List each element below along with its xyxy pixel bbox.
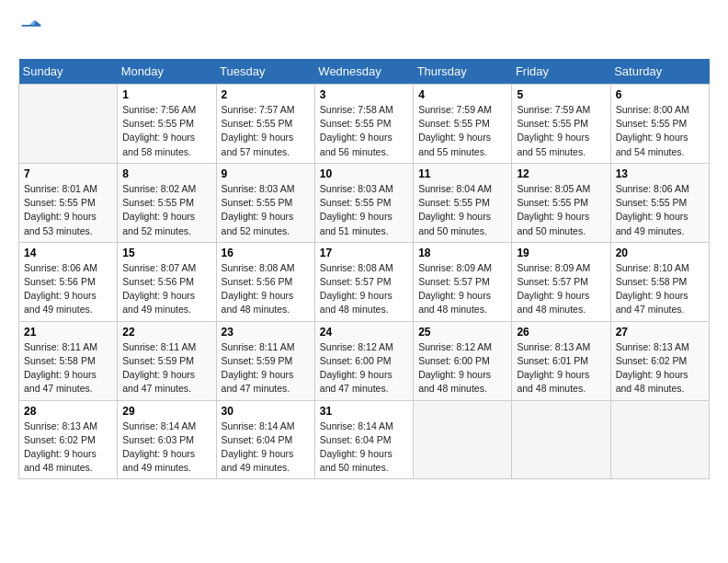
calendar-cell: 28Sunrise: 8:13 AM Sunset: 6:02 PM Dayli… — [19, 400, 118, 479]
calendar-cell: 11Sunrise: 8:04 AM Sunset: 5:55 PM Dayli… — [414, 163, 512, 242]
calendar-table: SundayMondayTuesdayWednesdayThursdayFrid… — [18, 59, 710, 479]
calendar-cell: 5Sunrise: 7:59 AM Sunset: 5:55 PM Daylig… — [512, 85, 610, 164]
day-number: 17 — [320, 247, 408, 259]
logo-icon — [18, 18, 44, 44]
day-number: 21 — [24, 326, 112, 339]
day-info: Sunrise: 8:11 AM Sunset: 5:59 PM Dayligh… — [122, 340, 210, 396]
day-number: 30 — [222, 405, 310, 418]
calendar-cell: 17Sunrise: 8:08 AM Sunset: 5:57 PM Dayli… — [314, 242, 413, 321]
day-info: Sunrise: 8:04 AM Sunset: 5:55 PM Dayligh… — [418, 182, 506, 238]
day-number: 9 — [222, 167, 310, 180]
day-info: Sunrise: 8:14 AM Sunset: 6:04 PM Dayligh… — [320, 419, 408, 476]
day-number: 20 — [616, 247, 704, 259]
day-number: 23 — [222, 326, 310, 339]
svg-marker-0 — [35, 20, 41, 25]
day-info: Sunrise: 8:14 AM Sunset: 6:04 PM Dayligh… — [222, 419, 310, 476]
calendar-cell: 13Sunrise: 8:06 AM Sunset: 5:55 PM Dayli… — [610, 163, 709, 242]
calendar-cell: 15Sunrise: 8:07 AM Sunset: 5:56 PM Dayli… — [118, 242, 216, 321]
calendar-cell: 23Sunrise: 8:11 AM Sunset: 5:59 PM Dayli… — [216, 321, 314, 400]
day-number: 5 — [517, 88, 605, 101]
calendar-cell: 29Sunrise: 8:14 AM Sunset: 6:03 PM Dayli… — [118, 400, 216, 479]
day-number: 18 — [418, 247, 506, 259]
calendar-cell: 1Sunrise: 7:56 AM Sunset: 5:55 PM Daylig… — [118, 85, 216, 164]
logo — [18, 18, 48, 44]
calendar-header-tuesday: Tuesday — [216, 59, 314, 85]
calendar-cell: 19Sunrise: 8:09 AM Sunset: 5:57 PM Dayli… — [512, 242, 610, 321]
day-number: 3 — [320, 88, 408, 101]
calendar-cell: 31Sunrise: 8:14 AM Sunset: 6:04 PM Dayli… — [314, 400, 413, 479]
day-info: Sunrise: 8:03 AM Sunset: 5:55 PM Dayligh… — [320, 182, 408, 238]
day-info: Sunrise: 8:12 AM Sunset: 6:00 PM Dayligh… — [418, 340, 506, 396]
day-info: Sunrise: 8:12 AM Sunset: 6:00 PM Dayligh… — [320, 340, 408, 396]
day-number: 4 — [418, 88, 506, 101]
calendar-week-row: 21Sunrise: 8:11 AM Sunset: 5:58 PM Dayli… — [19, 321, 710, 400]
day-info: Sunrise: 8:07 AM Sunset: 5:56 PM Dayligh… — [122, 261, 210, 317]
calendar-cell: 10Sunrise: 8:03 AM Sunset: 5:55 PM Dayli… — [314, 163, 413, 242]
day-info: Sunrise: 8:09 AM Sunset: 5:57 PM Dayligh… — [418, 261, 506, 317]
calendar-header-thursday: Thursday — [414, 59, 512, 85]
day-number: 6 — [616, 88, 704, 101]
day-info: Sunrise: 8:11 AM Sunset: 5:59 PM Dayligh… — [222, 340, 310, 396]
svg-marker-1 — [29, 20, 34, 25]
calendar-cell: 6Sunrise: 8:00 AM Sunset: 5:55 PM Daylig… — [610, 85, 709, 164]
calendar-cell: 4Sunrise: 7:59 AM Sunset: 5:55 PM Daylig… — [414, 85, 512, 164]
day-number: 15 — [122, 247, 210, 259]
day-number: 27 — [616, 326, 704, 339]
day-number: 29 — [122, 405, 210, 418]
day-info: Sunrise: 7:56 AM Sunset: 5:55 PM Dayligh… — [122, 103, 210, 159]
day-number: 2 — [222, 88, 310, 101]
day-info: Sunrise: 8:08 AM Sunset: 5:57 PM Dayligh… — [320, 261, 408, 317]
calendar-cell — [610, 400, 709, 479]
day-number: 31 — [320, 405, 408, 418]
calendar-week-row: 14Sunrise: 8:06 AM Sunset: 5:56 PM Dayli… — [19, 242, 710, 321]
day-number: 1 — [122, 88, 210, 101]
day-info: Sunrise: 7:59 AM Sunset: 5:55 PM Dayligh… — [418, 103, 506, 159]
day-info: Sunrise: 8:10 AM Sunset: 5:58 PM Dayligh… — [616, 261, 704, 317]
day-info: Sunrise: 7:59 AM Sunset: 5:55 PM Dayligh… — [517, 103, 605, 159]
day-info: Sunrise: 8:13 AM Sunset: 6:01 PM Dayligh… — [517, 340, 605, 396]
calendar-cell: 14Sunrise: 8:06 AM Sunset: 5:56 PM Dayli… — [19, 242, 118, 321]
calendar-cell — [512, 400, 610, 479]
day-number: 14 — [24, 247, 112, 259]
calendar-cell: 25Sunrise: 8:12 AM Sunset: 6:00 PM Dayli… — [414, 321, 512, 400]
day-info: Sunrise: 8:13 AM Sunset: 6:02 PM Dayligh… — [24, 419, 112, 476]
day-info: Sunrise: 8:00 AM Sunset: 5:55 PM Dayligh… — [616, 103, 704, 159]
calendar-cell — [19, 85, 118, 164]
day-info: Sunrise: 8:03 AM Sunset: 5:55 PM Dayligh… — [222, 182, 310, 238]
calendar-week-row: 28Sunrise: 8:13 AM Sunset: 6:02 PM Dayli… — [19, 400, 710, 479]
day-info: Sunrise: 8:06 AM Sunset: 5:55 PM Dayligh… — [616, 182, 704, 238]
calendar-header-wednesday: Wednesday — [314, 59, 413, 85]
calendar-cell: 2Sunrise: 7:57 AM Sunset: 5:55 PM Daylig… — [216, 85, 314, 164]
day-info: Sunrise: 7:57 AM Sunset: 5:55 PM Dayligh… — [222, 103, 310, 159]
day-info: Sunrise: 8:08 AM Sunset: 5:56 PM Dayligh… — [222, 261, 310, 317]
calendar-header-monday: Monday — [118, 59, 216, 85]
page-header — [18, 18, 710, 44]
day-number: 24 — [320, 326, 408, 339]
calendar-cell: 18Sunrise: 8:09 AM Sunset: 5:57 PM Dayli… — [414, 242, 512, 321]
day-info: Sunrise: 8:11 AM Sunset: 5:58 PM Dayligh… — [24, 340, 112, 396]
calendar-header-row: SundayMondayTuesdayWednesdayThursdayFrid… — [19, 59, 710, 85]
day-info: Sunrise: 8:05 AM Sunset: 5:55 PM Dayligh… — [517, 182, 605, 238]
calendar-header-friday: Friday — [512, 59, 610, 85]
day-number: 13 — [616, 167, 704, 180]
calendar-cell: 3Sunrise: 7:58 AM Sunset: 5:55 PM Daylig… — [314, 85, 413, 164]
day-number: 19 — [517, 247, 605, 259]
day-number: 10 — [320, 167, 408, 180]
day-info: Sunrise: 8:06 AM Sunset: 5:56 PM Dayligh… — [24, 261, 112, 317]
day-number: 28 — [24, 405, 112, 418]
calendar-cell: 9Sunrise: 8:03 AM Sunset: 5:55 PM Daylig… — [216, 163, 314, 242]
calendar-cell: 20Sunrise: 8:10 AM Sunset: 5:58 PM Dayli… — [610, 242, 709, 321]
calendar-cell: 7Sunrise: 8:01 AM Sunset: 5:55 PM Daylig… — [19, 163, 118, 242]
calendar-cell: 12Sunrise: 8:05 AM Sunset: 5:55 PM Dayli… — [512, 163, 610, 242]
calendar-cell: 24Sunrise: 8:12 AM Sunset: 6:00 PM Dayli… — [314, 321, 413, 400]
day-info: Sunrise: 8:13 AM Sunset: 6:02 PM Dayligh… — [616, 340, 704, 396]
calendar-cell — [414, 400, 512, 479]
day-number: 11 — [418, 167, 506, 180]
calendar-cell: 27Sunrise: 8:13 AM Sunset: 6:02 PM Dayli… — [610, 321, 709, 400]
calendar-header-sunday: Sunday — [19, 59, 118, 85]
calendar-header-saturday: Saturday — [610, 59, 709, 85]
calendar-week-row: 7Sunrise: 8:01 AM Sunset: 5:55 PM Daylig… — [19, 163, 710, 242]
day-info: Sunrise: 8:14 AM Sunset: 6:03 PM Dayligh… — [122, 419, 210, 476]
day-info: Sunrise: 8:02 AM Sunset: 5:55 PM Dayligh… — [122, 182, 210, 238]
calendar-cell: 16Sunrise: 8:08 AM Sunset: 5:56 PM Dayli… — [216, 242, 314, 321]
